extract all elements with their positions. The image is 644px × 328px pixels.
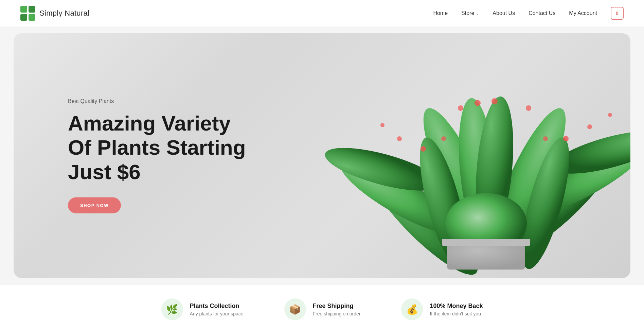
svg-point-19 <box>458 105 463 111</box>
svg-point-16 <box>563 136 569 141</box>
svg-point-20 <box>526 105 531 111</box>
svg-point-14 <box>397 136 402 141</box>
moneyback-icon-wrap: 💰 <box>401 298 423 320</box>
feature-moneyback: 💰 100% Money Back If the item didn't sui… <box>401 298 483 320</box>
svg-point-13 <box>421 146 426 152</box>
store-chevron-icon: ⌄ <box>476 11 479 16</box>
plants-desc: Any plants for your space <box>190 311 244 316</box>
header: Simply Natural Home Store ⌄ About Us Con… <box>0 0 644 27</box>
feature-shipping: 📦 Free Shipping Free shipping on order <box>284 298 361 320</box>
cart-button[interactable]: 0 <box>611 7 624 20</box>
plants-text: Plants Collection Any plants for your sp… <box>190 303 244 316</box>
logo-cell-3 <box>20 14 27 21</box>
logo-icon <box>20 6 35 21</box>
logo-area[interactable]: Simply Natural <box>20 6 89 21</box>
plants-icon: 🌿 <box>166 304 178 315</box>
logo-cell-2 <box>29 6 35 13</box>
shipping-desc: Free shipping on order <box>313 311 361 316</box>
svg-point-17 <box>587 124 592 129</box>
main-nav: Home Store ⌄ About Us Contact Us My Acco… <box>433 7 624 20</box>
svg-point-15 <box>380 123 384 127</box>
features-bar: 🌿 Plants Collection Any plants for your … <box>0 285 644 328</box>
hero-plant-image <box>325 33 630 278</box>
nav-home[interactable]: Home <box>433 10 448 16</box>
svg-rect-25 <box>447 242 525 270</box>
nav-store[interactable]: Store ⌄ <box>461 10 479 16</box>
shipping-title: Free Shipping <box>313 303 361 310</box>
logo-cell-4 <box>29 14 35 21</box>
shipping-icon: 📦 <box>289 304 301 315</box>
plants-title: Plants Collection <box>190 303 244 310</box>
svg-point-23 <box>475 100 481 106</box>
nav-about[interactable]: About Us <box>493 10 515 16</box>
cart-count: 0 <box>616 11 619 16</box>
shipping-icon-wrap: 📦 <box>284 298 306 320</box>
feature-plants: 🌿 Plants Collection Any plants for your … <box>161 298 244 320</box>
hero-content: Best Quality Plants Amazing Variety Of P… <box>68 98 255 213</box>
svg-rect-26 <box>442 239 530 246</box>
moneyback-icon: 💰 <box>406 304 418 315</box>
svg-point-24 <box>491 98 498 104</box>
svg-point-21 <box>441 136 446 141</box>
svg-point-22 <box>543 136 548 141</box>
svg-point-18 <box>608 113 612 117</box>
nav-account[interactable]: My Account <box>569 10 597 16</box>
shipping-text: Free Shipping Free shipping on order <box>313 303 361 316</box>
moneyback-text: 100% Money Back If the item didn't suit … <box>430 303 483 316</box>
hero-section: Best Quality Plants Amazing Variety Of P… <box>14 33 630 278</box>
plants-icon-wrap: 🌿 <box>161 298 183 320</box>
hero-subtitle: Best Quality Plants <box>68 98 255 104</box>
hero-title: Amazing Variety Of Plants Starting Just … <box>68 111 255 184</box>
moneyback-desc: If the item didn't suit you <box>430 311 483 316</box>
moneyback-title: 100% Money Back <box>430 303 483 310</box>
shop-now-button[interactable]: SHOP NOW <box>68 197 121 213</box>
brand-name: Simply Natural <box>39 9 89 18</box>
nav-contact[interactable]: Contact Us <box>529 10 555 16</box>
logo-cell-1 <box>20 6 27 13</box>
